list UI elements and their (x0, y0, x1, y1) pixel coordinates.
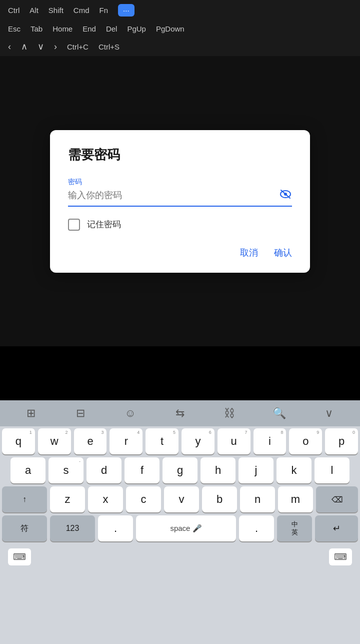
kb-row-4: 符 123 . space 🎤 . 中英 ↵ (2, 515, 358, 541)
key-a[interactable]: a (10, 457, 46, 483)
keyboard-area: ⊞ ⊟ ☺ ⇆ ⛓ 🔍 ∨ 1q 2w 3e 4r 5t 6y 7u 8i 9o… (0, 400, 360, 644)
password-label: 密码 (68, 178, 292, 187)
kb-row-2: a -s d f g h j k l (2, 457, 358, 483)
kb-row-3: ↑ z x c v b n m ⌫ (2, 486, 358, 512)
key-pgdown[interactable]: PgDown (156, 25, 184, 33)
key-lang[interactable]: 中英 (277, 515, 312, 541)
top-toolbar: Ctrl Alt Shift Cmd Fn ··· Esc Tab Home E… (0, 0, 360, 56)
key-fn[interactable]: Fn (100, 6, 108, 15)
key-alt[interactable]: Alt (30, 6, 38, 15)
key-h[interactable]: h (200, 457, 236, 483)
nav-up[interactable]: ∧ (21, 41, 28, 52)
toolbar-row-1: Ctrl Alt Shift Cmd Fn ··· (0, 0, 360, 21)
key-n[interactable]: n (240, 486, 275, 512)
kb-icon-cursor[interactable]: ⇆ (170, 407, 190, 420)
nav-back[interactable]: ‹ (8, 42, 11, 52)
kb-icon-keyboard[interactable]: ⊟ (70, 407, 90, 420)
key-b[interactable]: b (202, 486, 237, 512)
key-pgup[interactable]: PgUp (127, 25, 146, 33)
key-m[interactable]: m (278, 486, 313, 512)
key-w[interactable]: 2w (38, 428, 71, 454)
key-space[interactable]: space 🎤 (136, 515, 236, 541)
key-tab[interactable]: Tab (30, 25, 42, 33)
confirm-button[interactable]: 确认 (274, 247, 292, 259)
key-ctrl-s[interactable]: Ctrl+S (98, 43, 120, 51)
remember-checkbox[interactable] (68, 219, 80, 231)
keyboard-toolbar: ⊞ ⊟ ☺ ⇆ ⛓ 🔍 ∨ (0, 400, 360, 426)
key-u[interactable]: 7u (218, 428, 250, 454)
key-cmd[interactable]: Cmd (74, 6, 90, 15)
kb-icon-collapse[interactable]: ∨ (319, 407, 339, 420)
dialog-buttons: 取消 确认 (68, 247, 292, 259)
key-r[interactable]: 4r (110, 428, 142, 454)
key-d[interactable]: d (86, 457, 122, 483)
key-x[interactable]: x (88, 486, 123, 512)
key-dot2[interactable]: . (239, 515, 274, 541)
key-q[interactable]: 1q (2, 428, 35, 454)
toolbar-row-2: Esc Tab Home End Del PgUp PgDown (0, 21, 360, 37)
toolbar-row-nav: ‹ ∧ ∨ › Ctrl+C Ctrl+S (0, 37, 360, 56)
key-ctrl-c[interactable]: Ctrl+C (67, 43, 88, 51)
kb-icon-search[interactable]: 🔍 (270, 407, 290, 420)
password-input[interactable] (68, 190, 279, 201)
key-end[interactable]: End (82, 25, 96, 33)
eye-hidden-icon[interactable] (279, 189, 292, 203)
key-v[interactable]: v (164, 486, 199, 512)
key-l[interactable]: l (314, 457, 350, 483)
key-e[interactable]: 3e (74, 428, 107, 454)
bottom-bar: ⌨ ⌨ (0, 544, 360, 569)
key-j[interactable]: j (238, 457, 274, 483)
remember-label: 记住密码 (87, 219, 121, 230)
keyboard-icon-left[interactable]: ⌨ (8, 548, 31, 565)
main-content: 需要密码 密码 记住密码 取消 确认 (0, 56, 360, 346)
key-shift[interactable]: Shift (48, 6, 64, 15)
nav-forward[interactable]: › (54, 42, 57, 52)
key-f[interactable]: f (124, 457, 160, 483)
key-c[interactable]: c (126, 486, 161, 512)
key-esc[interactable]: Esc (8, 25, 20, 33)
nav-down[interactable]: ∨ (38, 41, 44, 52)
key-home[interactable]: Home (52, 25, 72, 33)
key-ctrl[interactable]: Ctrl (8, 6, 20, 15)
kb-row-1: 1q 2w 3e 4r 5t 6y 7u 8i 9o 0p (2, 428, 358, 454)
key-more[interactable]: ··· (118, 4, 134, 17)
key-y[interactable]: 6y (182, 428, 214, 454)
cancel-button[interactable]: 取消 (240, 247, 258, 259)
key-i[interactable]: 8i (254, 428, 286, 454)
keyboard-icon-right[interactable]: ⌨ (329, 548, 352, 565)
password-field-row (68, 189, 292, 207)
checkbox-row: 记住密码 (68, 219, 292, 231)
kb-icon-link[interactable]: ⛓ (220, 407, 240, 420)
kb-rows: 1q 2w 3e 4r 5t 6y 7u 8i 9o 0p a -s d f g… (0, 426, 360, 541)
key-sym[interactable]: 符 (2, 515, 47, 541)
key-p[interactable]: 0p (325, 428, 358, 454)
key-s[interactable]: -s (48, 457, 84, 483)
key-g[interactable]: g (162, 457, 198, 483)
password-dialog: 需要密码 密码 记住密码 取消 确认 (50, 130, 310, 273)
key-return[interactable]: ↵ (315, 515, 358, 541)
key-t[interactable]: 5t (146, 428, 178, 454)
dialog-title: 需要密码 (68, 146, 292, 164)
key-k[interactable]: k (276, 457, 312, 483)
key-shift[interactable]: ↑ (2, 486, 47, 512)
key-o[interactable]: 9o (289, 428, 322, 454)
kb-icon-emoji[interactable]: ☺ (120, 407, 140, 420)
key-123[interactable]: 123 (50, 515, 95, 541)
key-z[interactable]: z (50, 486, 85, 512)
key-del[interactable]: Del (106, 25, 118, 33)
key-backspace[interactable]: ⌫ (316, 486, 358, 512)
key-dot1[interactable]: . (98, 515, 133, 541)
kb-icon-grid[interactable]: ⊞ (21, 407, 41, 420)
